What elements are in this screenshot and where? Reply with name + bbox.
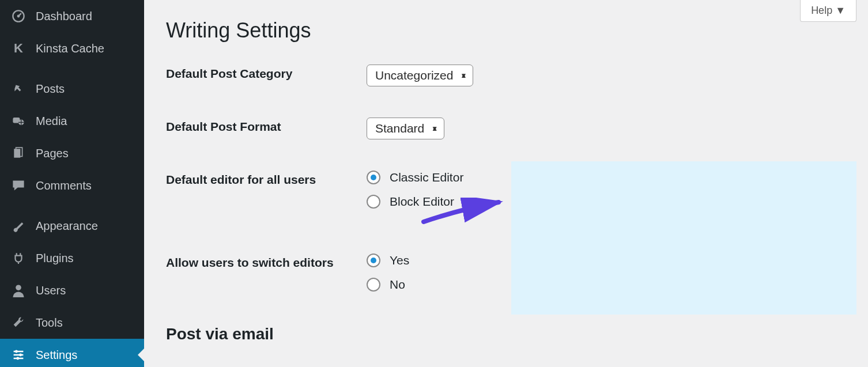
- radio-classic-editor[interactable]: [367, 171, 380, 184]
- media-icon: [10, 113, 27, 129]
- annotation-arrow-icon: [421, 198, 507, 226]
- sidebar-item-label: Plugins: [36, 252, 74, 265]
- sidebar-item-media[interactable]: Media: [0, 105, 144, 137]
- sliders-icon: [10, 347, 27, 363]
- kinsta-icon: K: [10, 40, 27, 56]
- svg-point-8: [19, 354, 22, 357]
- wrench-icon: [10, 315, 27, 331]
- radio-allow-switch-no[interactable]: [367, 278, 380, 292]
- sidebar-item-label: Dashboard: [36, 10, 92, 23]
- sidebar-item-label: Comments: [36, 179, 92, 192]
- default-post-category-select[interactable]: Uncategorized ▲▼: [367, 65, 473, 86]
- sidebar-item-label: Appearance: [36, 220, 98, 233]
- main-content: Help ▼ Writing Settings Default Post Cat…: [144, 0, 868, 367]
- svg-point-9: [16, 357, 19, 360]
- svg-point-7: [15, 350, 18, 353]
- sidebar-item-tools[interactable]: Tools: [0, 307, 144, 339]
- sidebar-item-label: Users: [36, 284, 66, 297]
- default-post-format-label: Default Post Format: [166, 118, 367, 134]
- sidebar-item-label: Kinsta Cache: [36, 42, 104, 55]
- radio-label-yes: Yes: [390, 254, 409, 267]
- default-editor-label: Default editor for all users: [166, 171, 367, 187]
- admin-sidebar: Dashboard K Kinsta Cache Posts Media Pag…: [0, 0, 144, 367]
- page-title: Writing Settings: [144, 0, 868, 43]
- comments-icon: [10, 177, 27, 194]
- radio-label-no: No: [390, 278, 405, 292]
- sidebar-item-plugins[interactable]: Plugins: [0, 242, 144, 274]
- sidebar-item-pages[interactable]: Pages: [0, 137, 144, 169]
- sidebar-item-label: Media: [36, 115, 67, 128]
- sidebar-item-label: Tools: [36, 316, 63, 330]
- sidebar-item-label: Posts: [36, 82, 65, 96]
- sidebar-item-dashboard[interactable]: Dashboard: [0, 0, 144, 32]
- sidebar-item-kinsta-cache[interactable]: K Kinsta Cache: [0, 32, 144, 65]
- default-post-category-label: Default Post Category: [166, 65, 367, 81]
- svg-point-1: [17, 15, 20, 18]
- allow-switch-label: Allow users to switch editors: [166, 254, 367, 270]
- pages-icon: [10, 145, 27, 161]
- default-post-format-select[interactable]: Standard ▲▼: [367, 118, 444, 139]
- chevron-down-icon: ▼: [835, 5, 846, 16]
- sidebar-item-appearance[interactable]: Appearance: [0, 210, 144, 242]
- user-icon: [10, 282, 27, 298]
- dashboard-icon: [10, 8, 27, 24]
- settings-form: Default Post Category Uncategorized ▲▼ D…: [144, 43, 868, 302]
- sidebar-item-label: Settings: [36, 349, 77, 362]
- radio-block-editor[interactable]: [367, 195, 380, 209]
- help-tab[interactable]: Help ▼: [800, 0, 856, 22]
- sidebar-item-label: Pages: [36, 147, 69, 160]
- svg-point-6: [16, 285, 21, 290]
- plug-icon: [10, 250, 27, 266]
- sidebar-item-users[interactable]: Users: [0, 274, 144, 307]
- pin-icon: [10, 81, 27, 97]
- sidebar-item-comments[interactable]: Comments: [0, 169, 144, 202]
- sidebar-item-settings[interactable]: Settings: [0, 339, 144, 367]
- sidebar-item-posts[interactable]: Posts: [0, 73, 144, 105]
- post-via-email-heading: Post via email: [144, 325, 868, 343]
- brush-icon: [10, 218, 27, 234]
- radio-label-classic: Classic Editor: [390, 171, 463, 184]
- radio-allow-switch-yes[interactable]: [367, 254, 380, 267]
